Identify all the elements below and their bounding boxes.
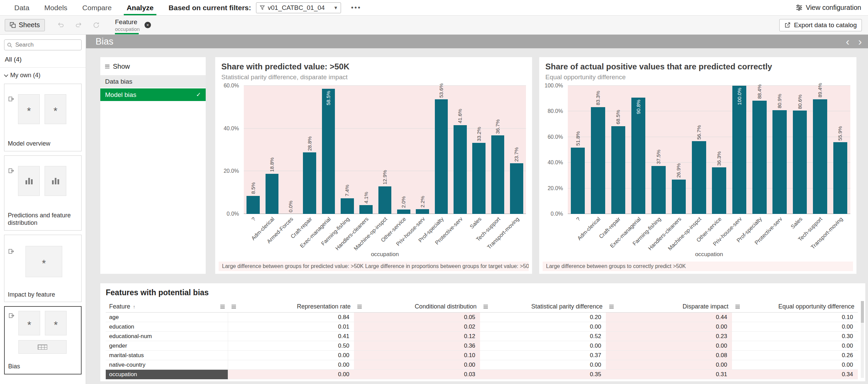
- bar-slot: 23.7%: [507, 86, 526, 214]
- bar-exec-managerial[interactable]: [322, 89, 335, 214]
- export-data-button[interactable]: Export data to catalog: [779, 19, 862, 31]
- bar-other-service[interactable]: [712, 167, 726, 214]
- feature-cell[interactable]: educational-num: [106, 332, 228, 341]
- column-menu-icon[interactable]: [232, 305, 236, 308]
- sheet-name: Predictions and feature distribution: [4, 210, 81, 230]
- bar-tech-support[interactable]: [491, 135, 505, 214]
- next-sheet-icon[interactable]: ›: [858, 36, 862, 47]
- search-box[interactable]: [4, 39, 82, 50]
- mini-widget: *: [45, 311, 67, 335]
- bar-handlers-cleaners[interactable]: [359, 205, 373, 214]
- bar-handlers-cleaners[interactable]: [672, 180, 686, 214]
- column-menu-icon[interactable]: [357, 305, 362, 308]
- bar-priv-house-serv[interactable]: [416, 209, 429, 214]
- mini-widget: *: [18, 94, 40, 124]
- column-header-statistical-parity-difference[interactable]: Statistical parity difference: [480, 301, 606, 313]
- column-header-conditional-distribution[interactable]: Conditional distribution: [354, 301, 480, 313]
- bar-adm-clerical[interactable]: [591, 107, 605, 214]
- bar-prof-specialty[interactable]: [435, 99, 448, 214]
- feature-cell[interactable]: age: [106, 313, 228, 322]
- value-cell: 0.00: [354, 360, 480, 370]
- table-row-education[interactable]: education0.010.020.000.000.00: [106, 322, 858, 332]
- column-header-equal-opportunity-difference[interactable]: Equal opportunity difference: [732, 301, 858, 313]
- tab-data[interactable]: Data: [7, 0, 37, 15]
- show-option-data-bias[interactable]: Data bias: [100, 75, 206, 88]
- chevron-down-icon: ▾: [335, 4, 337, 11]
- sidebar-all-count[interactable]: All (4): [0, 50, 86, 68]
- bar-tech-support[interactable]: [813, 99, 827, 214]
- bar-slot: 2.0%: [394, 86, 413, 214]
- show-option-model-bias[interactable]: Model bias✓: [100, 88, 206, 101]
- table-row-educational-num[interactable]: educational-num0.410.120.520.230.30: [106, 332, 858, 341]
- feature-cell[interactable]: native-country: [106, 360, 228, 370]
- bar-prof-specialty[interactable]: [752, 101, 767, 214]
- tab-analyze[interactable]: Analyze: [119, 0, 161, 15]
- scrollbar-thumb[interactable]: [861, 301, 864, 323]
- view-configuration-button[interactable]: View configuration: [796, 4, 861, 12]
- bar-machine-op-inspct[interactable]: [378, 186, 392, 214]
- bar-craft-repair[interactable]: [611, 126, 626, 214]
- table-scrollbar[interactable]: [861, 301, 864, 378]
- sheets-button[interactable]: Sheets: [5, 19, 45, 31]
- column-header-representation-rate[interactable]: Representation rate: [228, 301, 354, 313]
- redo-icon[interactable]: [74, 21, 83, 30]
- bar-transport-moving[interactable]: [833, 142, 848, 214]
- bar--[interactable]: [246, 196, 260, 214]
- x-tick-label: ?: [575, 216, 581, 222]
- bar-farming-fishing[interactable]: [651, 166, 666, 214]
- sheet-card-bias[interactable]: * * Bias: [4, 306, 82, 374]
- bar-farming-fishing[interactable]: [341, 198, 354, 214]
- previous-sheet-icon[interactable]: ‹: [846, 36, 850, 47]
- search-input[interactable]: [15, 41, 79, 49]
- sheet-card-impact-by-feature[interactable]: * Impact by feature: [4, 235, 82, 302]
- tab-compare[interactable]: Compare: [75, 0, 119, 15]
- close-tab-icon[interactable]: ×: [144, 22, 151, 28]
- filter-dropdown[interactable]: v01_CATBC_01_04 ▾: [256, 2, 341, 13]
- refresh-icon[interactable]: [92, 21, 101, 30]
- sheet-name: Model overview: [4, 138, 81, 151]
- bar-sales[interactable]: [793, 111, 807, 214]
- sheet-card-predictions[interactable]: Predictions and feature distribution: [4, 155, 82, 231]
- tab-models[interactable]: Models: [37, 0, 75, 15]
- x-axis-title: occupation: [568, 251, 850, 258]
- feature-cell[interactable]: marital-status: [106, 351, 228, 360]
- bar-protective-serv[interactable]: [454, 125, 467, 214]
- bar-machine-op-inspct[interactable]: [692, 141, 706, 214]
- value-cell: 0.00: [480, 322, 606, 332]
- column-header-disparate-impact[interactable]: Disparate impact: [606, 301, 732, 313]
- table-row-native-country[interactable]: native-country0.000.000.000.000.00: [106, 360, 858, 370]
- table-row-age[interactable]: age0.840.050.200.440.10: [106, 313, 858, 322]
- bar-value-label: 41.6%: [457, 109, 463, 123]
- table-row-marital-status[interactable]: marital-status0.000.100.370.080.26: [106, 351, 858, 360]
- column-menu-icon[interactable]: [735, 305, 740, 308]
- value-cell: 0.00: [732, 341, 858, 351]
- bar-value-label: 8.5%: [250, 182, 256, 194]
- column-menu-icon[interactable]: [483, 305, 488, 308]
- sidebar-group-my-own[interactable]: My own (4): [0, 68, 86, 82]
- column-menu-icon[interactable]: [609, 305, 614, 308]
- bar-slot: 90.8%: [628, 86, 648, 214]
- bar-protective-serv[interactable]: [772, 110, 787, 214]
- bar-other-service[interactable]: [397, 210, 410, 214]
- bar-slot: 12.9%: [375, 86, 394, 214]
- bar-transport-moving[interactable]: [510, 163, 523, 214]
- features-table-head: Feature↑Representation rateConditional d…: [106, 301, 858, 313]
- bar-craft-repair[interactable]: [303, 152, 316, 214]
- bar-exec-managerial[interactable]: [631, 98, 646, 214]
- page-header: Bias ‹ ›: [86, 35, 868, 48]
- column-menu-icon[interactable]: [220, 305, 225, 308]
- sheet-thumbnail: [6, 158, 79, 208]
- table-row-gender[interactable]: gender0.500.360.000.000.00: [106, 341, 858, 351]
- feature-cell[interactable]: occupation: [106, 370, 228, 379]
- undo-icon[interactable]: [56, 21, 65, 30]
- table-row-occupation[interactable]: occupation0.000.030.350.310.34: [106, 370, 858, 379]
- bar-sales[interactable]: [472, 143, 486, 214]
- more-options-button[interactable]: •••: [348, 2, 364, 13]
- feature-cell[interactable]: education: [106, 322, 228, 332]
- sheet-card-model-overview[interactable]: * * Model overview: [4, 84, 82, 151]
- bar--[interactable]: [571, 148, 585, 214]
- column-header-feature[interactable]: Feature↑: [106, 301, 228, 313]
- bar-adm-clerical[interactable]: [266, 174, 279, 214]
- feature-cell[interactable]: gender: [106, 341, 228, 351]
- active-sheet-tab[interactable]: Feature occupation ×: [112, 16, 157, 34]
